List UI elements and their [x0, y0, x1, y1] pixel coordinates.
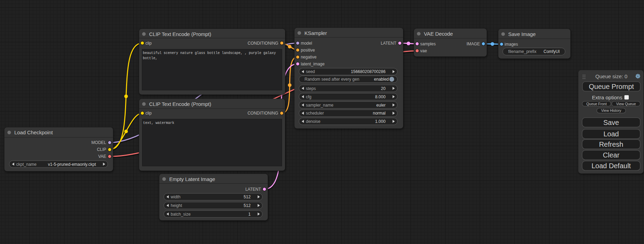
svg-text:batch_size: batch_size — [171, 212, 191, 217]
svg-text:enabled: enabled — [374, 77, 389, 82]
svg-text:v1-5-pruned-emaonly.ckpt: v1-5-pruned-emaonly.ckpt — [48, 162, 96, 167]
svg-text:denoise: denoise — [306, 119, 320, 124]
svg-text:width: width — [170, 195, 180, 199]
svg-text:bottle,: bottle, — [143, 56, 157, 60]
svg-text:512: 512 — [244, 195, 250, 199]
svg-text:LATENT: LATENT — [381, 41, 397, 46]
svg-text:normal: normal — [373, 111, 386, 116]
svg-text:clip: clip — [145, 41, 152, 46]
svg-text:beautiful scenery nature glass: beautiful scenery nature glass bottle la… — [143, 51, 276, 55]
svg-text:Save Image: Save Image — [508, 31, 536, 37]
svg-text:1.000: 1.000 — [375, 119, 386, 124]
svg-text:filename_prefix: filename_prefix — [508, 49, 536, 54]
svg-text:Queue size: 0: Queue size: 0 — [596, 73, 628, 79]
svg-text:images: images — [505, 42, 518, 47]
svg-text:IMAGE: IMAGE — [467, 42, 480, 46]
svg-text:positive: positive — [301, 48, 315, 53]
svg-text:Random seed after every gen: Random seed after every gen — [305, 77, 359, 82]
svg-text:Refresh: Refresh — [599, 141, 623, 148]
svg-text:steps: steps — [306, 86, 316, 91]
svg-text:LATENT: LATENT — [245, 187, 261, 192]
svg-text:samples: samples — [420, 42, 436, 46]
svg-text:512: 512 — [244, 203, 250, 208]
svg-text:CLIP: CLIP — [97, 147, 106, 152]
svg-text:Load: Load — [603, 130, 619, 138]
svg-text:clip: clip — [145, 111, 152, 116]
svg-text:height: height — [171, 203, 182, 208]
svg-text:View Queue: View Queue — [616, 102, 636, 106]
svg-text:vae: vae — [420, 48, 427, 53]
svg-text:Load Checkpoint: Load Checkpoint — [14, 129, 53, 135]
svg-text:scheduler: scheduler — [306, 111, 324, 116]
svg-text:model: model — [301, 41, 312, 46]
svg-text:Queue Prompt: Queue Prompt — [589, 83, 634, 90]
svg-text:Empty Latent Image: Empty Latent Image — [169, 176, 215, 182]
svg-text:seed: seed — [306, 69, 315, 74]
svg-text:Load Default: Load Default — [591, 162, 631, 170]
svg-text:View History: View History — [601, 108, 621, 112]
svg-text:CONDITIONING: CONDITIONING — [248, 41, 279, 46]
svg-text:ckpt_name: ckpt_name — [16, 162, 37, 167]
svg-text:MODEL: MODEL — [91, 140, 106, 145]
svg-text:VAE Decode: VAE Decode — [424, 31, 453, 37]
svg-text:text, watermark: text, watermark — [143, 121, 174, 125]
svg-text:Save: Save — [603, 119, 619, 126]
svg-text:sampler_name: sampler_name — [306, 103, 334, 108]
svg-text:ComfyUI: ComfyUI — [544, 49, 560, 54]
svg-text:156680208700286: 156680208700286 — [351, 69, 386, 74]
svg-text:cfg: cfg — [306, 94, 311, 99]
svg-text:KSampler: KSampler — [305, 30, 327, 36]
svg-text:CONDITIONING: CONDITIONING — [247, 111, 278, 116]
svg-text:VAE: VAE — [98, 154, 106, 159]
svg-text:negative: negative — [301, 55, 317, 60]
svg-text:CLIP Text Encode (Prompt): CLIP Text Encode (Prompt) — [149, 31, 211, 37]
svg-text:euler: euler — [376, 103, 386, 108]
svg-text:Clear: Clear — [603, 151, 619, 159]
svg-text:1: 1 — [248, 212, 251, 217]
svg-text:20: 20 — [381, 86, 386, 91]
svg-text:CLIP Text Encode (Prompt): CLIP Text Encode (Prompt) — [149, 101, 211, 107]
svg-text:latent_image: latent_image — [301, 62, 325, 66]
svg-text:Queue Front: Queue Front — [586, 102, 607, 106]
svg-text:Extra options: Extra options — [592, 94, 623, 100]
svg-text:8.000: 8.000 — [375, 94, 386, 99]
